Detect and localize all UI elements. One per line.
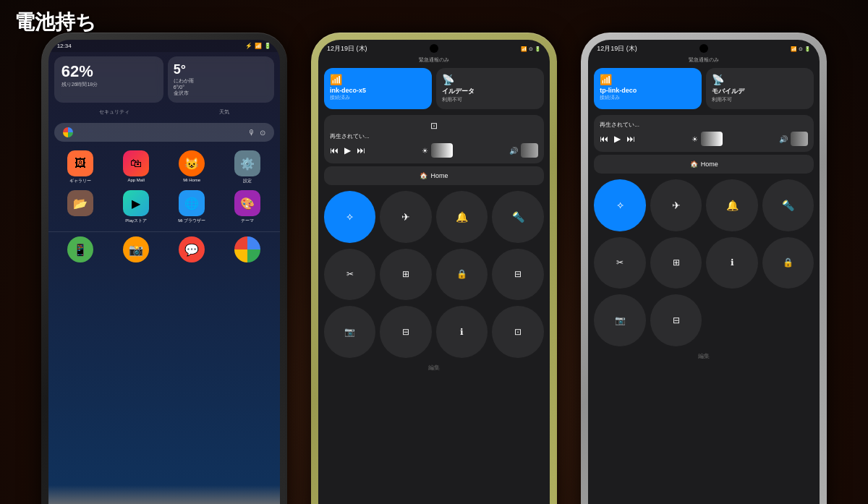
phone-1-screen: 12:34 ⚡ 📶 🔋 62% 残り26時間18分 (48, 40, 280, 504)
battery-status-icon-3: 🔋 (804, 46, 811, 52)
phone-2-date: 12月19日 (木) (327, 44, 367, 54)
play-btn-3[interactable]: ▶ (614, 134, 621, 144)
prev-btn-3[interactable]: ⏮ (600, 134, 608, 144)
search-bar[interactable]: 🎙 ⊙ (54, 123, 274, 142)
brightness-slider[interactable] (431, 143, 453, 158)
plus-btn-3[interactable]: ⊞ (650, 237, 702, 289)
volume-control-3[interactable]: 🔊 (779, 132, 808, 146)
phone-icon[interactable]: 📱 (67, 236, 93, 262)
play-btn[interactable]: ▶ (344, 145, 351, 155)
bluetooth-btn[interactable]: ⟡ (324, 191, 376, 243)
cast-icon: ⊡ (330, 121, 538, 131)
phone-3-top-tiles: 📶 tp-link-deco 接続済み 📡 モバイルデ 利用不可 (588, 65, 820, 112)
phone-3-screen: 12月19日 (木) 📶 ⊙ 🔋 緊急通報のみ 📶 tp-link-deco 接 (588, 40, 820, 504)
bluetooth-btn-3[interactable]: ⟡ (594, 179, 646, 231)
data-tile[interactable]: 📡 イルデータ 利用不可 (436, 68, 544, 109)
phone-1-status-bar: 12:34 ⚡ 📶 🔋 (48, 40, 280, 52)
app-chrome[interactable] (221, 236, 274, 262)
bell-btn-3[interactable]: 🔔 (706, 179, 758, 231)
scissors-btn[interactable]: ✂ (324, 249, 376, 301)
messages-icon[interactable]: 💬 (179, 236, 205, 262)
settings-icon[interactable]: ⚙️ (234, 150, 260, 176)
volume-slider-3[interactable] (791, 132, 808, 146)
phone-3-media: 再生されてい... ⏮ ▶ ⏭ ☀ 🔊 (594, 115, 814, 152)
airplane-btn-3[interactable]: ✈ (650, 179, 702, 231)
airplane-btn[interactable]: ✈ (380, 191, 432, 243)
brightness-control[interactable]: ☀ (422, 143, 453, 158)
gallery-icon[interactable]: 🖼 (67, 150, 93, 176)
playstore-label: Playストア (125, 218, 147, 224)
themes-icon[interactable]: 🎨 (234, 190, 260, 216)
brightness-control-3[interactable]: ☀ (692, 132, 723, 146)
flashlight-btn[interactable]: 🔦 (492, 191, 544, 243)
wifi-status-icon: ⊙ (529, 46, 533, 52)
grid-btn[interactable]: ⊟ (492, 249, 544, 301)
phone-1-widgets: 62% 残り26時間18分 5° にわか雨 6°/0° 金沢市 (48, 52, 280, 107)
app-files[interactable]: 📂 (54, 190, 107, 224)
next-btn-3[interactable]: ⏭ (626, 134, 635, 144)
playstore-icon[interactable]: ▶ (123, 190, 149, 216)
phone-2-screen: 12月19日 (木) 📶 ⊙ 🔋 緊急通報のみ 📶 ink-deco-x5 接続 (318, 40, 550, 504)
media-title: 再生されてい... (330, 132, 538, 140)
signal-icon-3: 📶 (791, 46, 797, 52)
mihome-icon[interactable]: 😺 (179, 150, 205, 176)
info-btn-3[interactable]: ℹ (706, 237, 758, 289)
app-themes[interactable]: 🎨 テーマ (221, 190, 274, 224)
info-btn[interactable]: ℹ (436, 306, 488, 358)
phone-3-cc-grid-1: ⟡ ✈ 🔔 🔦 (588, 176, 820, 234)
app-browser[interactable]: 🌐 Mi ブラウザー (166, 190, 218, 224)
browser-icon[interactable]: 🌐 (179, 190, 205, 216)
phone-3-emergency: 緊急通報のみ (588, 55, 820, 65)
app-phone[interactable]: 📱 (54, 236, 107, 262)
prev-btn[interactable]: ⏮ (330, 145, 339, 155)
chrome-icon[interactable] (234, 236, 260, 262)
share-btn[interactable]: ⊡ (492, 306, 544, 358)
app-messages[interactable]: 💬 (166, 236, 218, 262)
weather-detail: にわか雨 (174, 77, 268, 85)
google-logo (63, 127, 73, 137)
phone-2-notch (430, 44, 438, 53)
lens-icon[interactable]: ⊙ (260, 129, 265, 137)
home-button[interactable]: 🏠 Home (324, 166, 544, 185)
files-icon[interactable]: 📂 (67, 190, 93, 216)
volume-control[interactable]: 🔊 (509, 143, 538, 158)
wifi-tile-3-name: tp-link-deco (600, 87, 696, 94)
appmall-icon[interactable]: 🛍 (123, 150, 149, 176)
media-controls[interactable]: ⏮ ▶ ⏭ ☀ 🔊 (330, 143, 538, 158)
flashlight-btn-3[interactable]: 🔦 (762, 179, 814, 231)
app-settings[interactable]: ⚙️ 設定 (221, 150, 274, 184)
expand-btn[interactable]: ⊟ (380, 306, 432, 358)
bell-btn[interactable]: 🔔 (436, 191, 488, 243)
next-btn[interactable]: ⏭ (357, 145, 365, 155)
lock-btn[interactable]: 🔒 (436, 249, 488, 301)
brightness-slider-3[interactable] (701, 132, 723, 146)
scissors-btn-3[interactable]: ✂ (594, 237, 646, 289)
widget-labels: セキュリティ 天気 (48, 107, 280, 117)
app-gallery[interactable]: 🖼 ギャラリー (54, 150, 107, 184)
volume-icon-3: 🔊 (779, 135, 788, 143)
home-button-3[interactable]: 🏠 Home (594, 155, 814, 174)
data-tile-icon: 📡 (442, 74, 538, 85)
bluetooth-icon: ⚡ (245, 43, 252, 49)
phone-2-inner: 12月19日 (木) 📶 ⊙ 🔋 緊急通報のみ 📶 ink-deco-x5 接続 (318, 40, 550, 504)
volume-slider[interactable] (521, 143, 538, 158)
cam-btn[interactable]: 📷 (324, 306, 376, 358)
app-mihome[interactable]: 😺 Mi Home (166, 150, 218, 184)
camera-icon[interactable]: 📸 (123, 236, 149, 262)
app-playstore[interactable]: ▶ Playストア (110, 190, 163, 224)
app-camera[interactable]: 📸 (110, 236, 163, 262)
phone-3-wrapper: 12月19日 (木) 📶 ⊙ 🔋 緊急通報のみ 📶 tp-link-deco 接 (581, 33, 827, 504)
media-controls-3[interactable]: ⏮ ▶ ⏭ ☀ 🔊 (600, 132, 808, 146)
lock-btn-3[interactable]: 🔒 (762, 237, 814, 289)
expand-btn-3[interactable]: ⊟ (650, 294, 702, 346)
home-label-3: Home (701, 161, 718, 168)
plus-btn[interactable]: ⊞ (380, 249, 432, 301)
app-appmall[interactable]: 🛍 App Mall (110, 150, 163, 184)
data-tile-3-name: モバイルデ (712, 87, 808, 96)
mic-icon[interactable]: 🎙 (248, 129, 255, 137)
wifi-tile[interactable]: 📶 ink-deco-x5 接続済み (324, 68, 432, 109)
data-tile-3[interactable]: 📡 モバイルデ 利用不可 (706, 68, 814, 109)
mihome-label: Mi Home (183, 178, 200, 182)
cam-btn-3[interactable]: 📷 (594, 294, 646, 346)
wifi-tile-3[interactable]: 📶 tp-link-deco 接続済み (594, 68, 702, 109)
